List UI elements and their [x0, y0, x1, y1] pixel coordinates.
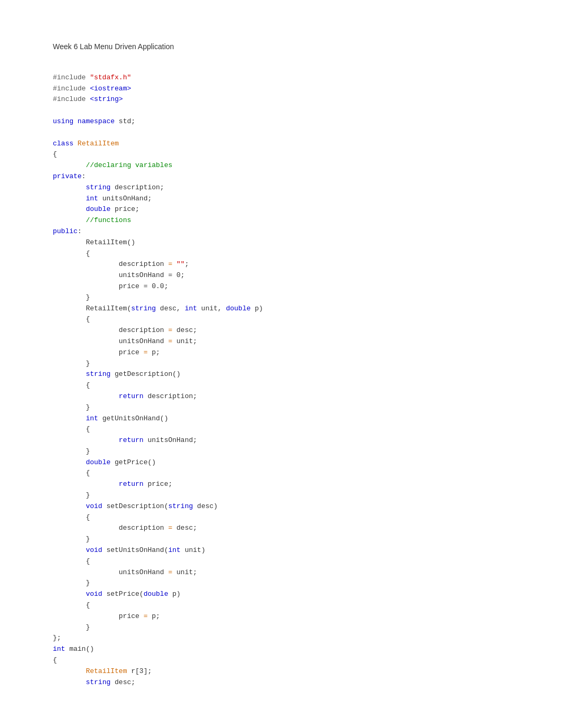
- code-block: #include "stdafx.h" #include <iostream> …: [53, 61, 508, 688]
- page-title: Week 6 Lab Menu Driven Application: [53, 42, 508, 51]
